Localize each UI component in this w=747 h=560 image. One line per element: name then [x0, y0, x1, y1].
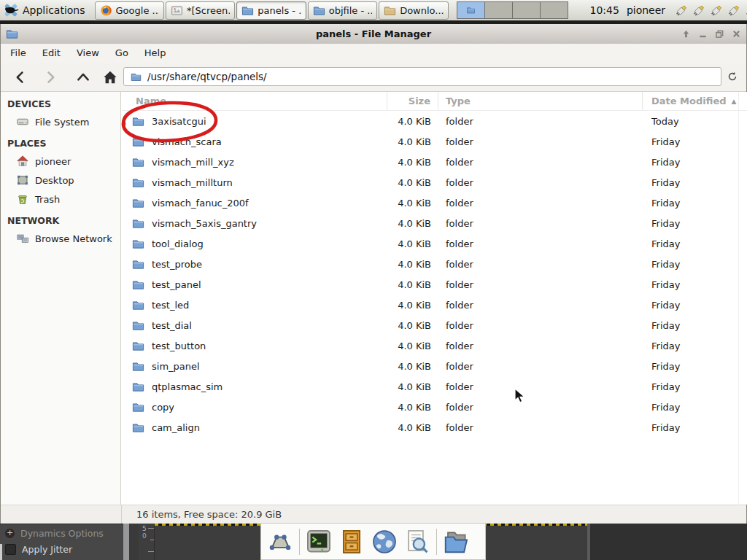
- usb-device-icon[interactable]: [744, 2, 747, 18]
- usb-device-icon[interactable]: [727, 2, 742, 18]
- sidebar-item-label: PLACES: [7, 138, 47, 149]
- folder-icon: [131, 197, 145, 209]
- folder-icon: [131, 258, 145, 271]
- file-list-area: Name Size Type Date Modified ▲ 3axisatcg…: [122, 92, 747, 505]
- maximize-button[interactable]: [713, 28, 725, 40]
- sidebar-row[interactable]: PLACES: [1, 131, 120, 152]
- sidebar-item-label: File System: [35, 117, 89, 128]
- dock-launcher[interactable]: [442, 528, 470, 556]
- taskbar-button[interactable]: Google ...: [95, 1, 164, 20]
- shade-button[interactable]: [680, 28, 692, 40]
- table-row[interactable]: test_led 4.0 KiB folder Friday: [122, 295, 747, 315]
- sort-arrow-icon: ▲: [732, 98, 737, 105]
- table-row[interactable]: copy 4.0 KiB folder Friday: [122, 397, 747, 417]
- table-row[interactable]: vismach_5axis_gantry 4.0 KiB folder Frid…: [122, 213, 747, 233]
- applications-menu[interactable]: Applications: [0, 0, 91, 20]
- workspace-cell[interactable]: [513, 2, 541, 18]
- workspace-cell[interactable]: [457, 2, 485, 18]
- table-row[interactable]: sim_panel 4.0 KiB folder Friday: [122, 356, 747, 376]
- menu-item[interactable]: Go: [107, 44, 136, 63]
- usb-device-icon[interactable]: [709, 2, 724, 18]
- file-date: Friday: [643, 157, 747, 168]
- table-row[interactable]: tool_dialog 4.0 KiB folder Friday: [122, 233, 747, 254]
- table-row[interactable]: test_probe 4.0 KiB folder Friday: [122, 254, 747, 274]
- table-row[interactable]: vismach_fanuc_200f 4.0 KiB folder Friday: [122, 192, 747, 213]
- sidebar-item-icon: [16, 232, 29, 245]
- folder-icon: [131, 217, 145, 230]
- sidebar-row[interactable]: pioneer: [1, 152, 120, 171]
- sidebar-row[interactable]: DEVICES: [1, 92, 120, 112]
- sidebar: DEVICES File System PLACES pioneer Deskt…: [1, 92, 121, 505]
- column-header-size[interactable]: Size: [387, 92, 438, 110]
- home-button[interactable]: [101, 68, 120, 87]
- taskbar-button[interactable]: panels - ...: [236, 1, 306, 20]
- taskbar-button[interactable]: *[Screen...: [166, 1, 235, 20]
- dock-launcher[interactable]: [338, 528, 365, 556]
- table-row[interactable]: test_button 4.0 KiB folder Friday: [122, 335, 747, 356]
- usb-device-icon[interactable]: [674, 2, 689, 18]
- up-button[interactable]: [74, 68, 93, 87]
- apply-jitter-label: Apply Jitter: [22, 544, 72, 555]
- file-name: test_led: [152, 300, 189, 311]
- file-list: 3axisatcgui 4.0 KiB folder Today vismach…: [122, 111, 747, 438]
- sidebar-item-label: Desktop: [35, 175, 74, 186]
- dock-launcher[interactable]: [305, 528, 333, 556]
- taskbar-button[interactable]: objfile - ...: [308, 1, 377, 20]
- file-name: copy: [152, 402, 174, 413]
- dock-launcher[interactable]: [403, 528, 431, 556]
- workspace-window-icon: [466, 6, 476, 15]
- table-row[interactable]: vismach_mill_xyz 4.0 KiB folder Friday: [122, 152, 747, 172]
- sidebar-row[interactable]: NETWORK: [1, 209, 120, 229]
- dock-separator: [299, 529, 300, 555]
- menu-item[interactable]: File: [2, 44, 34, 63]
- column-header-type[interactable]: Type: [438, 92, 643, 110]
- table-row[interactable]: 3axisatcgui 4.0 KiB folder Today: [122, 111, 747, 131]
- path-bar[interactable]: /usr/share/qtvcp/panels/: [123, 67, 721, 86]
- workspace-cell[interactable]: [541, 2, 568, 18]
- titlebar[interactable]: panels - File Manager: [1, 24, 746, 44]
- sidebar-row[interactable]: Trash: [1, 190, 120, 209]
- forward-button[interactable]: [41, 68, 60, 87]
- menu-item[interactable]: Edit: [34, 44, 69, 63]
- column-header-date[interactable]: Date Modified ▲: [643, 92, 747, 110]
- apply-jitter-checkbox[interactable]: [5, 544, 16, 555]
- top-panel: Applications Google ... *[Screen... pane…: [0, 0, 747, 21]
- table-row[interactable]: cam_align 4.0 KiB folder Friday: [122, 417, 747, 438]
- dock-launcher-icon: [338, 528, 365, 556]
- file-size: 4.0 KiB: [387, 157, 438, 168]
- table-row[interactable]: qtplasmac_sim 4.0 KiB folder Friday: [122, 376, 747, 397]
- file-size: 4.0 KiB: [387, 341, 438, 351]
- gimp-splitter[interactable]: [123, 524, 129, 560]
- table-row[interactable]: vismach_scara 4.0 KiB folder Friday: [122, 131, 747, 152]
- file-size: 4.0 KiB: [387, 238, 438, 249]
- column-header-name[interactable]: Name: [122, 92, 387, 110]
- menu-item[interactable]: Help: [136, 44, 174, 63]
- expander-icon[interactable]: +: [5, 529, 15, 538]
- sidebar-row[interactable]: Desktop: [1, 171, 120, 190]
- table-row[interactable]: vismach_millturn 4.0 KiB folder Friday: [122, 172, 747, 192]
- gimp-panel-gap: [129, 524, 139, 560]
- menu-item[interactable]: View: [69, 44, 107, 63]
- dock-launcher[interactable]: [266, 528, 294, 556]
- back-button[interactable]: [11, 68, 30, 87]
- minimize-button[interactable]: [697, 28, 708, 40]
- scrollbar-track[interactable]: [738, 92, 739, 505]
- file-date: Friday: [643, 177, 747, 188]
- sidebar-row[interactable]: Browse Network: [1, 229, 120, 248]
- gimp-panel-edge: [0, 544, 2, 560]
- usb-device-icon[interactable]: [692, 2, 707, 18]
- taskbar-button-label: Downlo...: [400, 5, 443, 16]
- sidebar-item-label: Trash: [35, 194, 60, 205]
- close-button[interactable]: [730, 28, 742, 40]
- refresh-button[interactable]: [724, 69, 740, 85]
- dock-launcher-icon: [305, 528, 333, 556]
- sidebar-row[interactable]: File System: [1, 112, 120, 131]
- folder-icon: [131, 381, 145, 393]
- table-row[interactable]: test_panel 4.0 KiB folder Friday: [122, 274, 747, 295]
- gimp-vertical-ruler: 5 0: [139, 524, 155, 560]
- folder-icon: [131, 238, 145, 250]
- taskbar-button[interactable]: Downlo...: [379, 1, 448, 20]
- dock-launcher[interactable]: [371, 528, 398, 556]
- table-row[interactable]: test_dial 4.0 KiB folder Friday: [122, 315, 747, 335]
- workspace-cell[interactable]: [485, 2, 513, 18]
